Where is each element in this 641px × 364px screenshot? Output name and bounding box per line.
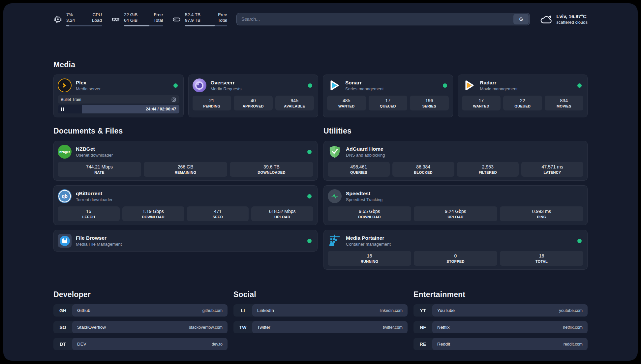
bookmark-abbr: TW — [233, 321, 252, 333]
bookmark-url: linkedin.com — [380, 308, 403, 313]
app-description: Series management — [345, 86, 383, 92]
app-card-overseerr[interactable]: Overseerr Media Requests 21PENDING 40APP… — [188, 75, 319, 117]
stat-tile: 498,461QUERIES — [328, 162, 390, 177]
storage-free-label: Free — [218, 12, 227, 17]
bookmark-youtube[interactable]: YT YouTubeyoutube.com — [413, 304, 588, 317]
cpu-widget: 7%CPU 3.24Load — [53, 12, 102, 26]
cpu-progress-bar — [66, 25, 102, 26]
app-description: Media Requests — [211, 86, 242, 92]
bookmark-url: netflix.com — [563, 325, 583, 330]
radarr-icon — [462, 78, 476, 92]
storage-progress-bar — [185, 25, 227, 26]
portainer-crane-icon — [328, 234, 342, 248]
memory-total-value: 64 GiB — [124, 17, 137, 23]
storage-total-label: Total — [218, 17, 227, 23]
app-card-radarr[interactable]: Radarr Movie management 17WANTED 22QUEUE… — [458, 75, 588, 117]
memory-total-label: Total — [153, 17, 163, 23]
stat-tile: 744.21 MbpsRATE — [58, 162, 141, 177]
status-dot — [307, 150, 312, 154]
app-name: Media Portainer — [346, 235, 391, 241]
app-description: Container management — [346, 241, 391, 247]
now-playing-row: Bullet Train — [58, 95, 179, 104]
bookmark-abbr: DT — [53, 338, 72, 350]
app-card-adguard[interactable]: AdGuard Home DNS and adblocking 498,461Q… — [323, 141, 588, 181]
stat-tile: 945AVAILABLE — [275, 96, 314, 110]
weather-widget: Lviv, 16.87°C scattered clouds — [540, 13, 588, 25]
status-dot — [577, 83, 582, 88]
bookmark-url: youtube.com — [559, 308, 583, 313]
stat-tile: 834MOVIES — [545, 96, 584, 110]
bookmark-name: DEV — [77, 342, 86, 347]
app-name: NZBGet — [76, 146, 113, 152]
app-card-nzbget[interactable]: nzbget NZBGet Usenet downloader 744.21 M… — [53, 141, 318, 181]
bookmark-abbr: SO — [53, 321, 72, 333]
app-card-portainer[interactable]: Media Portainer Container management 16R… — [323, 230, 588, 270]
cloud-icon — [540, 14, 552, 24]
status-dot — [307, 194, 312, 198]
bookmark-dev[interactable]: DT DEVdev.to — [53, 338, 228, 350]
bookmark-abbr: GH — [53, 304, 72, 317]
cpu-usage-value: 7% — [66, 12, 73, 17]
speedtest-pulse-icon — [328, 189, 342, 203]
section-title-social: Social — [233, 290, 408, 299]
memory-free-value: 22 GiB — [124, 12, 137, 17]
stat-tile: 16LEECH — [58, 206, 120, 221]
app-name: Overseerr — [211, 79, 242, 86]
section-utilities: Utilities AdGuard Home DNS and adblockin… — [323, 127, 588, 270]
stat-tile: 22QUEUED — [503, 96, 542, 110]
status-dot — [443, 83, 447, 88]
section-social: Social LI LinkedInlinkedin.com TW Twitte… — [233, 290, 408, 333]
status-dot — [577, 239, 582, 243]
section-title-documents: Documents & Files — [53, 127, 318, 136]
bookmark-name: LinkedIn — [257, 308, 274, 313]
cpu-usage-label: CPU — [92, 12, 102, 17]
bookmark-reddit[interactable]: RE Redditreddit.com — [413, 338, 588, 350]
ram-icon — [111, 15, 120, 24]
memory-progress-bar — [124, 25, 163, 26]
app-card-qbittorrent[interactable]: qb qBittorrent Torrent downloader 16LEEC… — [53, 185, 318, 225]
app-card-filebrowser[interactable]: File Browser Media File Management — [53, 230, 318, 252]
stat-tile: 17QUEUED — [369, 96, 408, 110]
bookmark-url: twitter.com — [383, 325, 403, 330]
bookmark-stackoverflow[interactable]: SO StackOverflowstackoverflow.com — [53, 321, 228, 333]
app-card-sonarr[interactable]: Sonarr Series management 485WANTED 17QUE… — [323, 75, 453, 117]
stat-tile: 16RUNNING — [328, 251, 411, 266]
bookmark-name: Netflix — [437, 325, 450, 330]
app-description: Speedtest Tracking — [346, 197, 382, 202]
cpu-chip-icon — [53, 15, 62, 24]
bookmark-name: StackOverflow — [77, 325, 106, 330]
stat-tile: 40APPROVED — [234, 96, 273, 110]
adguard-shield-icon — [328, 145, 342, 159]
app-card-plex[interactable]: Plex Media server Bullet Train 24:44 / 0… — [53, 75, 184, 117]
bookmark-github[interactable]: GH Githubgithub.com — [53, 304, 228, 317]
app-name: AdGuard Home — [346, 146, 385, 152]
section-media: Media Plex Media server Bullet Train — [53, 60, 588, 117]
bookmark-twitter[interactable]: TW Twittertwitter.com — [233, 321, 408, 333]
header-divider — [53, 37, 588, 37]
app-description: Media File Management — [76, 241, 122, 247]
bookmark-netflix[interactable]: NF Netflixnetflix.com — [413, 321, 588, 333]
bookmark-linkedin[interactable]: LI LinkedInlinkedin.com — [233, 304, 408, 317]
stat-tile: 9.24 GbpsUPLOAD — [414, 206, 497, 221]
section-title-utilities: Utilities — [323, 127, 588, 136]
section-entertainment: Entertainment YT YouTubeyoutube.com NF N… — [413, 290, 588, 350]
bookmark-name: Twitter — [257, 325, 270, 330]
app-description: DNS and adblocking — [346, 152, 385, 158]
session-settings-icon[interactable] — [171, 97, 176, 102]
stat-tile: 21PENDING — [193, 96, 231, 110]
app-card-speedtest[interactable]: Speedtest Speedtest Tracking 9.65 GbpsDO… — [323, 185, 588, 225]
search-input[interactable] — [237, 13, 513, 25]
stat-tile: 266 GBREMAINING — [144, 162, 227, 177]
now-playing-time: 24:44 / 02:06:47 — [146, 107, 176, 111]
app-name: File Browser — [76, 235, 122, 241]
now-playing-title: Bullet Train — [61, 97, 81, 102]
search-engine-button[interactable]: G — [513, 14, 529, 24]
pause-icon[interactable] — [61, 107, 64, 111]
section-title-media: Media — [53, 60, 588, 69]
app-name: Plex — [76, 79, 101, 86]
stat-tile: 196SERIES — [410, 96, 449, 110]
app-description: Usenet downloader — [76, 152, 113, 158]
bookmark-abbr: RE — [413, 338, 432, 350]
sonarr-icon — [327, 78, 341, 92]
filebrowser-icon — [58, 234, 72, 248]
